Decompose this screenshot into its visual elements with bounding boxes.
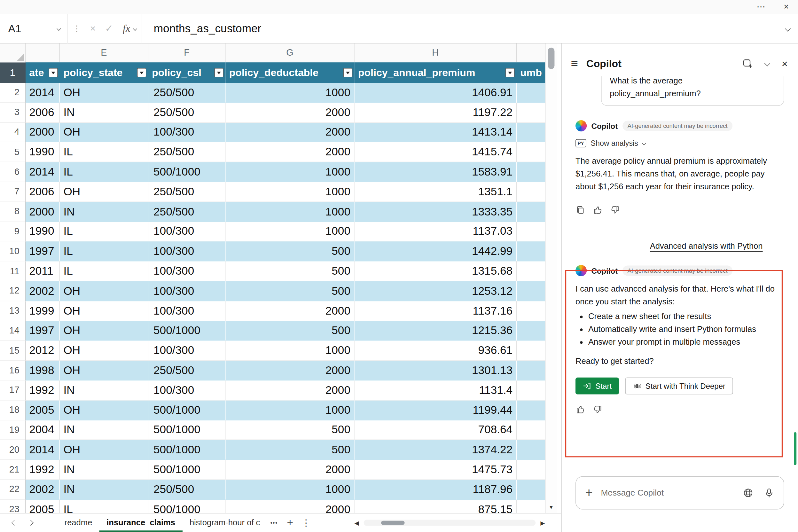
- row-header[interactable]: 21: [0, 460, 25, 480]
- start-think-deeper-button[interactable]: Start with Think Deeper: [625, 378, 733, 395]
- grid-cell[interactable]: 500/1000: [148, 420, 226, 440]
- row-header[interactable]: 8: [0, 202, 25, 222]
- grid-cell[interactable]: 250/500: [148, 182, 226, 202]
- grid-cell[interactable]: OH: [60, 83, 148, 102]
- grid-cell[interactable]: 2000: [226, 142, 355, 162]
- grid-cell[interactable]: 500: [226, 321, 355, 341]
- grid-cell[interactable]: 1000: [226, 83, 355, 102]
- grid-cell[interactable]: 2006: [25, 182, 60, 202]
- column-letter-g[interactable]: G: [226, 43, 355, 62]
- sheet-tab-histogram[interactable]: histogram-hour of c: [182, 513, 267, 532]
- grid-cell[interactable]: 1000: [226, 480, 355, 500]
- scrollbar-thumb[interactable]: [381, 521, 405, 525]
- row-header-selected[interactable]: 1: [0, 62, 25, 83]
- row-header[interactable]: 13: [0, 301, 25, 321]
- grid-cell[interactable]: 1000: [226, 400, 355, 420]
- collapse-pane-icon[interactable]: [764, 60, 770, 66]
- scrollbar-track[interactable]: [364, 520, 535, 526]
- grid-cell[interactable]: IN: [60, 460, 148, 480]
- grid-cell[interactable]: IN: [60, 380, 148, 400]
- grid-cell[interactable]: OH: [60, 440, 148, 460]
- grid-cell[interactable]: [517, 222, 546, 242]
- row-header[interactable]: 22: [0, 480, 25, 500]
- grid-cell[interactable]: [517, 122, 546, 142]
- grid-cell[interactable]: 2014: [25, 440, 60, 460]
- grid-cell[interactable]: 1374.22: [355, 440, 517, 460]
- row-header[interactable]: 10: [0, 242, 25, 262]
- select-all-corner[interactable]: [0, 43, 25, 62]
- grid-cell[interactable]: 1997: [25, 242, 60, 262]
- new-chat-icon[interactable]: [742, 58, 753, 69]
- grid-cell[interactable]: [517, 163, 546, 182]
- grid-cell[interactable]: IL: [60, 500, 148, 513]
- grid-cell[interactable]: 2000: [226, 301, 355, 321]
- grid-cell[interactable]: 250/500: [148, 102, 226, 122]
- grid-cell[interactable]: OH: [60, 122, 148, 142]
- grid-cell[interactable]: 2000: [226, 460, 355, 480]
- grid-cell[interactable]: 1000: [226, 202, 355, 222]
- sheet-tab-insurance-claims[interactable]: insurance_claims: [99, 513, 183, 532]
- grid-cell[interactable]: 2000: [25, 202, 60, 222]
- thumbs-down-icon[interactable]: [593, 405, 602, 414]
- grid-cell[interactable]: IN: [60, 480, 148, 500]
- grid-cell[interactable]: 500/1000: [148, 321, 226, 341]
- grid-cell[interactable]: [517, 500, 546, 513]
- grid-cell[interactable]: 875.15: [355, 500, 517, 513]
- row-header[interactable]: 4: [0, 122, 25, 142]
- filter-icon[interactable]: [506, 68, 515, 77]
- add-attachment-icon[interactable]: +: [585, 487, 592, 499]
- sheet-menu-icon[interactable]: ⋮: [302, 517, 311, 529]
- grid-cell[interactable]: 1137.03: [355, 222, 517, 242]
- grid-cell[interactable]: 500/1000: [148, 400, 226, 420]
- grid-cell[interactable]: IL: [60, 142, 148, 162]
- grid-cell[interactable]: [517, 142, 546, 162]
- grid-cell[interactable]: OH: [60, 400, 148, 420]
- grid-cell[interactable]: IL: [60, 262, 148, 281]
- grid-cell[interactable]: 500/1000: [148, 163, 226, 182]
- grid-cell[interactable]: OH: [60, 361, 148, 380]
- row-header[interactable]: 3: [0, 102, 25, 122]
- tab-overflow-icon[interactable]: •••: [270, 520, 278, 526]
- grid-cell[interactable]: 2002: [25, 480, 60, 500]
- grid-cell[interactable]: 1583.91: [355, 163, 517, 182]
- grid-cell[interactable]: [517, 281, 546, 301]
- grid-cell[interactable]: IL: [60, 163, 148, 182]
- grid-cell[interactable]: 2005: [25, 500, 60, 513]
- grid-cell[interactable]: IL: [60, 242, 148, 262]
- grid-cell[interactable]: OH: [60, 341, 148, 361]
- header-cell-policy-annual-premium[interactable]: policy_annual_premium: [355, 62, 517, 83]
- grid-cell[interactable]: 2000: [226, 122, 355, 142]
- grid-cell[interactable]: 100/300: [148, 262, 226, 281]
- grid-cell[interactable]: 500: [226, 242, 355, 262]
- grid-cell[interactable]: [517, 321, 546, 341]
- column-letter-f[interactable]: F: [148, 43, 226, 62]
- vertical-scrollbar[interactable]: ▼: [546, 43, 557, 513]
- header-cell-policy-csl[interactable]: policy_csl: [148, 62, 226, 83]
- thumbs-up-icon[interactable]: [575, 405, 585, 414]
- grid-cell[interactable]: 500/1000: [148, 500, 226, 513]
- grid-cell[interactable]: 1000: [226, 341, 355, 361]
- row-header[interactable]: 16: [0, 361, 25, 380]
- row-header[interactable]: 23: [0, 500, 25, 513]
- grid-cell[interactable]: 2005: [25, 400, 60, 420]
- grid-cell[interactable]: 500: [226, 420, 355, 440]
- grid-cell[interactable]: 1131.4: [355, 380, 517, 400]
- name-box[interactable]: A1: [0, 14, 68, 43]
- grid-cell[interactable]: 100/300: [148, 380, 226, 400]
- row-header[interactable]: 14: [0, 321, 25, 341]
- header-cell-bind-date[interactable]: ate: [25, 62, 60, 83]
- grid-cell[interactable]: 250/500: [148, 480, 226, 500]
- row-header[interactable]: 2: [0, 83, 25, 102]
- grid-cell[interactable]: 100/300: [148, 341, 226, 361]
- row-header[interactable]: 5: [0, 142, 25, 162]
- grid-cell[interactable]: 500/1000: [148, 460, 226, 480]
- microphone-icon[interactable]: [764, 488, 775, 498]
- grid-cell[interactable]: 2012: [25, 341, 60, 361]
- grid-cell[interactable]: 1000: [226, 182, 355, 202]
- grid-cell[interactable]: [517, 480, 546, 500]
- grid-cell[interactable]: 500/1000: [148, 440, 226, 460]
- window-close-icon[interactable]: ×: [784, 3, 789, 11]
- grid-cell[interactable]: 2004: [25, 420, 60, 440]
- filter-icon[interactable]: [49, 68, 58, 77]
- grid-cell[interactable]: 1990: [25, 142, 60, 162]
